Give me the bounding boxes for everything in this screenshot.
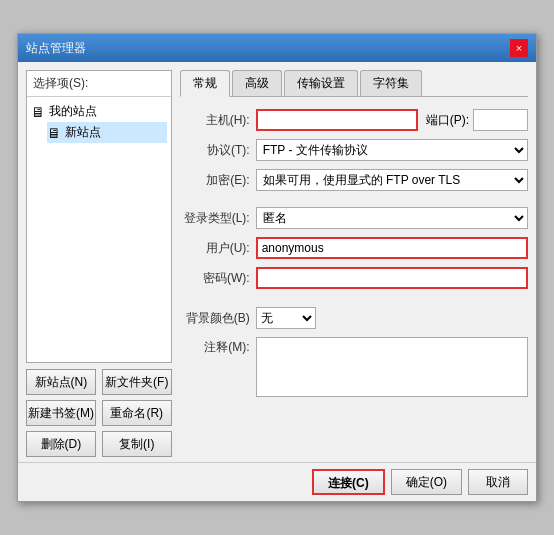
password-input-wrapper — [256, 267, 528, 289]
tree-child-area: 🖥 新站点 — [47, 122, 167, 143]
connect-button[interactable]: 连接(C) — [312, 469, 385, 495]
protocol-row: 协议(T): FTP - 文件传输协议 — [180, 139, 528, 161]
new-site-button[interactable]: 新站点(N) — [26, 369, 96, 395]
title-bar: 站点管理器 × — [18, 34, 536, 62]
encrypt-label: 加密(E): — [180, 172, 250, 189]
rename-button[interactable]: 重命名(R) — [102, 400, 172, 426]
tree-item-root[interactable]: 🖥 我的站点 — [31, 101, 167, 122]
close-button[interactable]: × — [510, 39, 528, 57]
tree-item-new-site[interactable]: 🖥 新站点 — [47, 122, 167, 143]
tab-general[interactable]: 常规 — [180, 70, 230, 97]
port-label: 端口(P): — [426, 112, 469, 129]
form-area: 主机(H): 端口(P): 协议(T): FTP - 文件传输协议 — [180, 105, 528, 409]
password-label: 密码(W): — [180, 270, 250, 287]
tab-charset[interactable]: 字符集 — [360, 70, 422, 96]
dialog-title: 站点管理器 — [26, 40, 86, 57]
host-label: 主机(H): — [180, 112, 250, 129]
password-input[interactable] — [256, 267, 528, 289]
action-row-1: 新站点(N) 新文件夹(F) — [26, 369, 172, 395]
notes-row: 注释(M): — [180, 337, 528, 397]
new-bookmark-button[interactable]: 新建书签(M) — [26, 400, 96, 426]
login-type-label: 登录类型(L): — [180, 210, 250, 227]
left-panel-header: 选择项(S): — [27, 71, 171, 97]
protocol-label: 协议(T): — [180, 142, 250, 159]
folder-icon: 🖥 — [31, 104, 45, 120]
tree-root-label: 我的站点 — [49, 103, 97, 120]
login-type-row: 登录类型(L): 匿名 — [180, 207, 528, 229]
notes-label: 注释(M): — [180, 339, 250, 356]
tab-advanced[interactable]: 高级 — [232, 70, 282, 96]
left-panel: 选择项(S): 🖥 我的站点 🖥 新站点 — [26, 70, 172, 462]
action-row-2: 新建书签(M) 重命名(R) — [26, 400, 172, 426]
login-type-select[interactable]: 匿名 — [256, 207, 528, 229]
user-input[interactable] — [256, 237, 528, 259]
notes-textarea[interactable] — [256, 337, 528, 397]
cancel-button[interactable]: 取消 — [468, 469, 528, 495]
encrypt-row: 加密(E): 如果可用，使用显式的 FTP over TLS — [180, 169, 528, 191]
action-buttons: 新站点(N) 新文件夹(F) 新建书签(M) 重命名(R) 删除(D) 复制(I… — [26, 363, 172, 462]
bg-color-label: 背景颜色(B) — [180, 310, 250, 327]
tabs: 常规 高级 传输设置 字符集 — [180, 70, 528, 97]
delete-button[interactable]: 删除(D) — [26, 431, 96, 457]
host-input[interactable] — [256, 109, 418, 131]
user-label: 用户(U): — [180, 240, 250, 257]
host-row: 主机(H): 端口(P): — [180, 109, 528, 131]
bg-color-row: 背景颜色(B) 无 — [180, 307, 528, 329]
protocol-select[interactable]: FTP - 文件传输协议 — [256, 139, 528, 161]
password-row: 密码(W): — [180, 267, 528, 289]
tab-transfer[interactable]: 传输设置 — [284, 70, 358, 96]
copy-button[interactable]: 复制(I) — [102, 431, 172, 457]
ok-button[interactable]: 确定(O) — [391, 469, 462, 495]
encrypt-select[interactable]: 如果可用，使用显式的 FTP over TLS — [256, 169, 528, 191]
bg-color-select[interactable]: 无 — [256, 307, 316, 329]
user-row: 用户(U): — [180, 237, 528, 259]
user-input-wrapper — [256, 237, 528, 259]
port-input[interactable] — [473, 109, 528, 131]
dialog: 站点管理器 × 选择项(S): 🖥 我的站点 🖥 新站点 — [17, 33, 537, 502]
tree-child-label: 新站点 — [65, 124, 101, 141]
bottom-buttons: 连接(C) 确定(O) 取消 — [18, 462, 536, 501]
tree-area: 🖥 我的站点 🖥 新站点 — [27, 97, 171, 362]
site-icon: 🖥 — [47, 125, 61, 141]
host-port-group: 端口(P): — [256, 109, 528, 131]
new-folder-button[interactable]: 新文件夹(F) — [102, 369, 172, 395]
right-panel: 常规 高级 传输设置 字符集 主机(H): 端口(P): — [180, 70, 528, 462]
action-row-3: 删除(D) 复制(I) — [26, 431, 172, 457]
